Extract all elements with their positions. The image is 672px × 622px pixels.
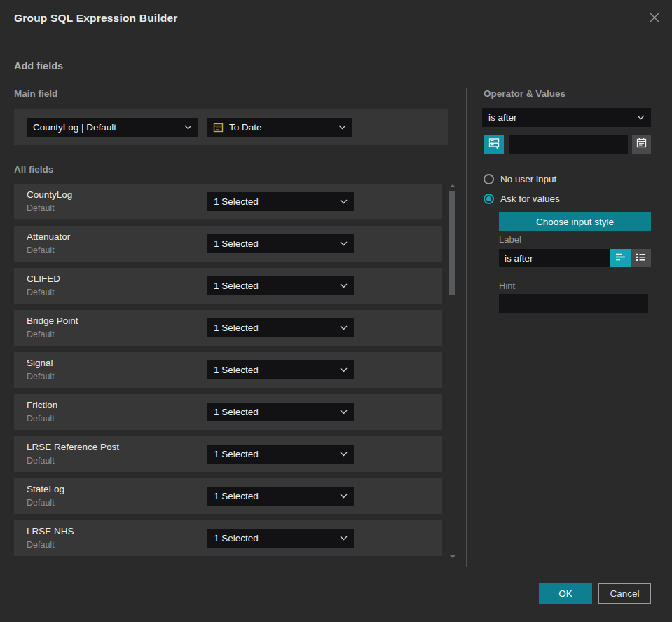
- single-input-style-button[interactable]: [610, 249, 631, 267]
- list-scrollbar[interactable]: [448, 181, 456, 561]
- field-subtitle: Default: [27, 330, 55, 339]
- cancel-button[interactable]: Cancel: [598, 583, 651, 604]
- field-count-select[interactable]: 1 Selected: [207, 234, 354, 253]
- field-count-select[interactable]: 1 Selected: [207, 403, 354, 421]
- main-field-select[interactable]: CountyLog | Default: [27, 118, 198, 137]
- field-count-select-value: 1 Selected: [214, 449, 336, 459]
- field-count-select[interactable]: 1 Selected: [207, 276, 354, 295]
- field-subtitle: Default: [27, 288, 55, 297]
- field-name: Friction: [27, 400, 57, 410]
- main-field-panel: CountyLog | Default To Date: [14, 109, 448, 145]
- field-name: Attenuator: [27, 231, 70, 242]
- field-count-select[interactable]: 1 Selected: [207, 318, 354, 337]
- chevron-down-icon: [340, 410, 348, 414]
- all-fields-list: CountyLog Default 1 Selected Attenuator …: [14, 184, 442, 562]
- field-name: LRSE NHS: [27, 526, 74, 536]
- hint-input[interactable]: [499, 294, 648, 313]
- chevron-down-icon: [340, 283, 348, 288]
- date-picker-button[interactable]: [632, 135, 651, 154]
- chevron-down-icon: [184, 125, 192, 130]
- calendar-icon: [636, 137, 647, 151]
- chevron-down-icon: [637, 115, 645, 120]
- field-row: CountyLog Default 1 Selected: [14, 184, 442, 219]
- field-subtitle: Default: [27, 456, 55, 466]
- calendar-icon: [213, 122, 224, 133]
- chevron-down-icon: [340, 452, 348, 457]
- field-subtitle: Default: [27, 203, 55, 213]
- close-button[interactable]: [645, 10, 664, 28]
- field-count-select-value: 1 Selected: [214, 365, 336, 375]
- field-count-select-value: 1 Selected: [214, 323, 336, 333]
- radio-ask-for-values[interactable]: Ask for values: [484, 192, 560, 205]
- field-count-select-value: 1 Selected: [214, 238, 336, 249]
- operator-select-value: is after: [488, 112, 633, 123]
- main-field-heading: Main field: [14, 88, 57, 99]
- bulleted-list-icon: [636, 252, 646, 264]
- field-row: Friction Default 1 Selected: [14, 394, 442, 430]
- panel-divider: [466, 88, 467, 567]
- field-row: StateLog Default 1 Selected: [14, 478, 442, 514]
- all-fields-heading: All fields: [14, 164, 53, 175]
- scrollbar-down-arrow[interactable]: [450, 555, 455, 558]
- operator-select[interactable]: is after: [482, 108, 651, 127]
- chevron-down-icon: [340, 241, 348, 246]
- dialog-titlebar: Group SQL Expression Builder: [0, 0, 672, 36]
- field-count-select[interactable]: 1 Selected: [207, 529, 354, 548]
- radio-off-icon: [484, 174, 494, 184]
- dialog-title: Group SQL Expression Builder: [14, 0, 178, 36]
- field-count-select[interactable]: 1 Selected: [207, 487, 354, 506]
- radio-no-user-input[interactable]: No user input: [484, 173, 556, 185]
- values-from-layer-button[interactable]: [484, 135, 504, 154]
- date-type-select[interactable]: To Date: [207, 118, 352, 137]
- hint-caption: Hint: [499, 280, 515, 291]
- chevron-down-icon: [340, 367, 348, 372]
- field-row: CLIFED Default 1 Selected: [14, 268, 442, 304]
- field-count-select[interactable]: 1 Selected: [207, 445, 354, 464]
- field-row: LRSE NHS Default 1 Selected: [14, 520, 442, 556]
- field-subtitle: Default: [27, 372, 55, 381]
- list-input-style-button[interactable]: [631, 249, 651, 267]
- field-count-select-value: 1 Selected: [214, 491, 336, 501]
- field-subtitle: Default: [27, 498, 55, 508]
- field-row: Attenuator Default 1 Selected: [14, 226, 442, 262]
- field-name: Bridge Point: [27, 316, 78, 326]
- chevron-down-icon: [338, 125, 346, 130]
- field-count-select-value: 1 Selected: [214, 407, 336, 417]
- field-name: LRSE Reference Post: [27, 442, 119, 452]
- radio-label: No user input: [500, 174, 556, 184]
- field-name: Signal: [27, 358, 53, 368]
- chevron-down-icon: [340, 536, 348, 541]
- date-value-input[interactable]: [509, 135, 628, 154]
- field-subtitle: Default: [27, 245, 55, 255]
- field-name: CLIFED: [27, 273, 60, 284]
- radio-label: Ask for values: [500, 194, 560, 204]
- radio-on-icon: [484, 194, 494, 204]
- field-row: Signal Default 1 Selected: [14, 352, 442, 388]
- choose-input-style-button[interactable]: Choose input style: [499, 212, 651, 231]
- field-name: StateLog: [27, 484, 64, 494]
- chevron-down-icon: [340, 325, 348, 330]
- add-fields-heading: Add fields: [14, 60, 63, 72]
- field-count-select[interactable]: 1 Selected: [207, 192, 354, 211]
- field-row: LRSE Reference Post Default 1 Selected: [14, 436, 442, 472]
- date-type-select-value: To Date: [229, 122, 334, 133]
- field-subtitle: Default: [27, 540, 55, 550]
- chevron-down-icon: [340, 199, 348, 204]
- field-count-select[interactable]: 1 Selected: [207, 360, 354, 379]
- field-count-select-value: 1 Selected: [214, 196, 336, 207]
- close-icon: [648, 11, 661, 27]
- field-count-select-value: 1 Selected: [214, 533, 336, 543]
- main-field-select-value: CountyLog | Default: [33, 122, 180, 133]
- operator-values-heading: Operator & Values: [484, 88, 565, 99]
- field-count-select-value: 1 Selected: [214, 280, 336, 291]
- align-left-icon: [615, 252, 626, 264]
- label-input[interactable]: [499, 249, 610, 267]
- scrollbar-thumb[interactable]: [449, 191, 455, 295]
- values-from-layer-icon: [488, 137, 500, 151]
- field-name: CountyLog: [27, 189, 72, 200]
- chevron-down-icon: [340, 494, 348, 499]
- field-row: Bridge Point Default 1 Selected: [14, 310, 442, 346]
- scrollbar-up-arrow[interactable]: [450, 184, 455, 187]
- field-subtitle: Default: [27, 414, 55, 424]
- ok-button[interactable]: OK: [539, 583, 592, 604]
